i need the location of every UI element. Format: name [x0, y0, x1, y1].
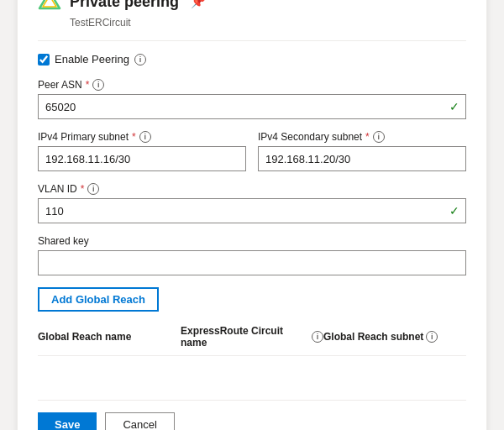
- pin-icon[interactable]: 📌: [191, 0, 205, 8]
- col-expressroute-circuit-name: ExpressRoute Circuit name i: [181, 325, 323, 349]
- shared-key-section: Shared key: [38, 235, 466, 275]
- shared-key-label: Shared key: [38, 235, 466, 247]
- ipv4-secondary-required-star: *: [365, 131, 370, 143]
- ipv4-primary-input[interactable]: [38, 146, 246, 171]
- vlan-id-info-icon[interactable]: i: [87, 183, 99, 195]
- vlan-id-input-wrapper: ✓: [38, 198, 466, 223]
- vlan-id-required-star: *: [81, 183, 85, 195]
- ipv4-secondary-input[interactable]: [258, 146, 466, 171]
- footer-actions: Save Cancel: [38, 412, 466, 430]
- ipv4-primary-info-icon[interactable]: i: [139, 131, 151, 143]
- ipv4-secondary-label-text: IPv4 Secondary subnet: [258, 131, 362, 143]
- ipv4-primary-input-wrapper: [38, 146, 246, 171]
- ipv4-secondary-info-icon[interactable]: i: [373, 131, 385, 143]
- add-global-reach-button[interactable]: Add Global Reach: [38, 287, 159, 312]
- peer-asn-input-wrapper: ✓: [38, 94, 466, 119]
- panel-subtitle: TestERCircuit: [70, 17, 466, 29]
- shared-key-input[interactable]: [38, 250, 466, 275]
- ipv4-secondary-input-wrapper: [258, 146, 466, 171]
- panel-title: Private peering: [70, 0, 179, 11]
- enable-peering-info-icon[interactable]: i: [134, 54, 146, 66]
- peer-asn-section: Peer ASN * i ✓: [38, 79, 466, 119]
- global-reach-table-header: Global Reach name ExpressRoute Circuit n…: [38, 325, 466, 356]
- azure-er-icon: [38, 0, 61, 13]
- peer-asn-valid-check: ✓: [449, 100, 459, 113]
- cancel-button[interactable]: Cancel: [105, 412, 174, 430]
- enable-peering-row: Enable Peering i: [38, 53, 466, 66]
- vlan-id-section: VLAN ID * i ✓: [38, 183, 466, 223]
- vlan-id-input[interactable]: [38, 198, 466, 223]
- ipv4-primary-label-text: IPv4 Primary subnet: [38, 131, 129, 143]
- col-global-reach-subnet: Global Reach subnet i: [323, 325, 466, 349]
- ipv4-secondary-label: IPv4 Secondary subnet * i: [258, 131, 466, 143]
- peer-asn-input[interactable]: [38, 94, 466, 119]
- ipv4-primary-label: IPv4 Primary subnet * i: [38, 131, 246, 143]
- save-button[interactable]: Save: [38, 412, 97, 430]
- panel-header: Private peering 📌: [38, 0, 466, 13]
- peer-asn-label-text: Peer ASN: [38, 79, 82, 91]
- ipv4-subnets-section: IPv4 Primary subnet * i IPv4 Secondary s…: [38, 131, 466, 171]
- ipv4-primary-required-star: *: [132, 131, 136, 143]
- shared-key-input-wrapper: [38, 250, 466, 275]
- vlan-id-label-text: VLAN ID: [38, 183, 77, 195]
- peer-asn-required-star: *: [86, 79, 90, 91]
- enable-peering-checkbox[interactable]: [38, 54, 50, 66]
- ipv4-secondary-group: IPv4 Secondary subnet * i: [258, 131, 466, 171]
- private-peering-panel: Private peering 📌 TestERCircuit Enable P…: [17, 0, 487, 430]
- footer-divider: [38, 400, 466, 401]
- expressroute-circuit-info-icon[interactable]: i: [312, 331, 323, 343]
- global-reach-subnet-info-icon[interactable]: i: [426, 331, 438, 343]
- col-global-reach-name: Global Reach name: [38, 325, 181, 349]
- peer-asn-label: Peer ASN * i: [38, 79, 466, 91]
- shared-key-label-text: Shared key: [38, 235, 89, 247]
- peer-asn-info-icon[interactable]: i: [92, 79, 104, 91]
- ipv4-primary-group: IPv4 Primary subnet * i: [38, 131, 246, 171]
- vlan-id-label: VLAN ID * i: [38, 183, 466, 195]
- vlan-id-valid-check: ✓: [449, 204, 459, 218]
- table-empty-row: [38, 363, 466, 390]
- enable-peering-label: Enable Peering: [55, 53, 129, 66]
- header-divider: [38, 40, 466, 41]
